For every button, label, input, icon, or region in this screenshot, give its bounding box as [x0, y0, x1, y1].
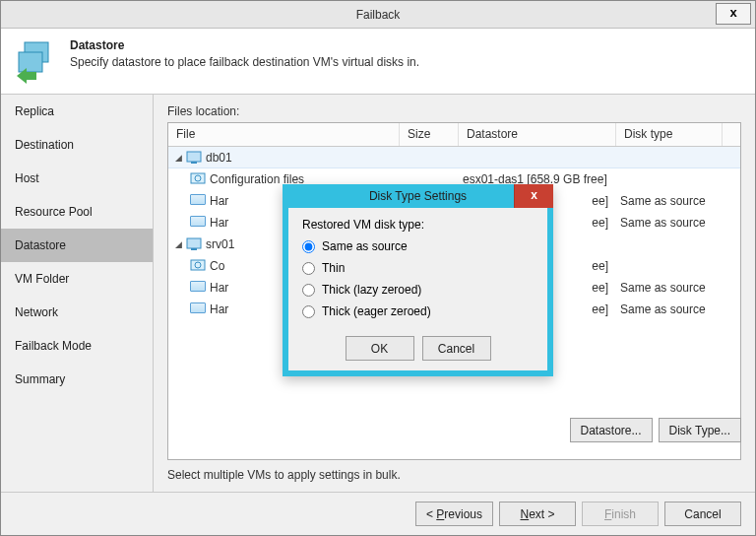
expand-icon[interactable]: ◢: [172, 153, 184, 163]
dialog-title: Disk Type Settings: [369, 189, 467, 203]
cell-disk-type: Same as source: [616, 301, 723, 318]
radio-label: Thick (lazy zeroed): [322, 283, 421, 297]
wizard-steps-sidebar: Replica Destination Host Resource Pool D…: [1, 95, 154, 492]
radio-input[interactable]: [302, 240, 315, 253]
bulk-hint: Select multiple VMs to apply settings in…: [167, 468, 741, 482]
svg-rect-3: [191, 162, 197, 164]
finish-button: Finish: [582, 502, 659, 526]
radio-thick-lazy[interactable]: Thick (lazy zeroed): [302, 279, 534, 301]
window-title: Failback: [356, 8, 401, 22]
sidebar-item-datastore[interactable]: Datastore: [1, 229, 153, 262]
radio-input[interactable]: [302, 305, 315, 318]
failback-wizard-window: Failback x Datastore Specify datastore t…: [0, 0, 756, 536]
files-location-label: Files location:: [167, 104, 741, 118]
titlebar: Failback x: [1, 1, 755, 29]
config-icon: [190, 259, 206, 273]
window-close-button[interactable]: x: [716, 3, 751, 25]
cancel-button[interactable]: Cancel: [664, 502, 741, 526]
cell-disk-type: Same as source: [616, 214, 723, 232]
radio-input[interactable]: [302, 284, 315, 297]
hard-disk-icon: [190, 281, 206, 295]
svg-rect-6: [187, 238, 201, 248]
col-file[interactable]: File: [168, 123, 400, 146]
sidebar-item-vm-folder[interactable]: VM Folder: [1, 262, 153, 296]
datastore-button[interactable]: Datastore...: [570, 418, 653, 442]
datastore-hero-icon: [13, 38, 60, 86]
cell-file: Har: [210, 216, 228, 230]
previous-button[interactable]: < Previous: [415, 502, 493, 526]
grid-header: File Size Datastore Disk type: [168, 123, 740, 147]
expand-icon[interactable]: ◢: [172, 239, 184, 249]
header-title: Datastore: [70, 38, 419, 52]
disk-type-button[interactable]: Disk Type...: [659, 418, 741, 442]
sidebar-item-resource-pool[interactable]: Resource Pool: [1, 195, 153, 229]
sidebar-item-replica[interactable]: Replica: [1, 95, 153, 128]
cell-file: Har: [210, 281, 228, 295]
radio-label: Thick (eager zeroed): [322, 304, 431, 318]
radio-label: Same as source: [322, 239, 408, 253]
sidebar-item-host[interactable]: Host: [1, 162, 153, 195]
col-disk-type[interactable]: Disk type: [616, 123, 723, 146]
cell-file: srv01: [206, 237, 234, 251]
radio-thick-eager[interactable]: Thick (eager zeroed): [302, 301, 534, 322]
header-subtitle: Specify datastore to place failback dest…: [70, 55, 419, 69]
sidebar-item-destination[interactable]: Destination: [1, 128, 153, 162]
sidebar-item-summary[interactable]: Summary: [1, 363, 153, 396]
cell-disk-type: Same as source: [616, 192, 723, 210]
col-size[interactable]: Size: [400, 123, 459, 146]
dialog-label: Restored VM disk type:: [302, 218, 534, 232]
svg-rect-1: [19, 52, 42, 72]
cell-disk-type: Same as source: [616, 279, 723, 297]
next-button[interactable]: Next >: [499, 502, 576, 526]
svg-rect-2: [187, 152, 201, 162]
col-datastore[interactable]: Datastore: [459, 123, 616, 146]
cell-file: Har: [210, 302, 228, 316]
wizard-footer: < Previous Next > Finish Cancel: [1, 492, 755, 535]
wizard-header: Datastore Specify datastore to place fai…: [1, 29, 755, 95]
radio-label: Thin: [322, 261, 345, 275]
cell-file: Har: [210, 194, 228, 208]
radio-same-as-source[interactable]: Same as source: [302, 235, 534, 257]
vm-icon: [186, 237, 202, 251]
disk-type-settings-dialog: Disk Type Settings x Restored VM disk ty…: [283, 184, 553, 376]
radio-input[interactable]: [302, 262, 315, 275]
sidebar-item-failback-mode[interactable]: Failback Mode: [1, 329, 153, 363]
hard-disk-icon: [190, 194, 206, 208]
hard-disk-icon: [190, 216, 206, 230]
cell-file: Co: [210, 259, 224, 273]
vm-icon: [186, 151, 202, 165]
radio-thin[interactable]: Thin: [302, 257, 534, 279]
vm-row-db01[interactable]: ◢ db01: [168, 147, 740, 168]
dialog-ok-button[interactable]: OK: [346, 336, 414, 361]
svg-rect-7: [191, 248, 197, 250]
dialog-titlebar: Disk Type Settings x: [283, 184, 553, 208]
config-icon: [190, 172, 206, 186]
sidebar-item-network[interactable]: Network: [1, 296, 153, 329]
cell-file: db01: [206, 151, 232, 165]
dialog-cancel-button[interactable]: Cancel: [422, 336, 491, 361]
hard-disk-icon: [190, 302, 206, 316]
dialog-close-button[interactable]: x: [514, 184, 553, 208]
